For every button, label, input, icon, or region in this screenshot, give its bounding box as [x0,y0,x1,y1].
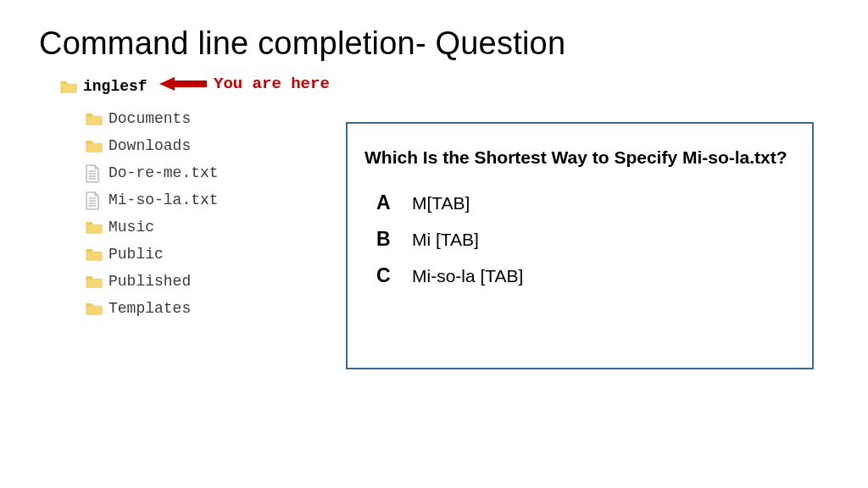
folder-icon [85,273,103,290]
option-text: M[TAB] [412,193,470,214]
question-text: Which Is the Shortest Way to Specify Mi-… [363,147,804,168]
file-icon [85,164,103,181]
slide-title: Command line completion- Question [39,25,565,62]
option-letter: B [376,228,412,251]
tree-item: Do-re-me.txt [85,164,219,181]
tree-root-label: inglesf [83,78,147,95]
tree-item-label: Do-re-me.txt [108,164,219,181]
tree-item: Music [85,219,219,236]
tree-item-label: Public [108,246,164,263]
tree-item-label: Mi-so-la.txt [108,191,219,208]
option-letter: C [376,264,412,287]
file-icon [85,191,103,208]
question-box: Which Is the Shortest Way to Specify Mi-… [346,122,814,369]
option-text: Mi-so-la [TAB] [412,266,523,286]
you-are-here-callout: You are here [159,75,330,93]
tree-item: Documents [85,110,219,127]
tree-item-label: Templates [108,300,191,317]
option-row: AM[TAB] [363,191,804,214]
you-are-here-label: You are here [214,75,330,93]
folder-icon [85,246,103,263]
svg-marker-8 [159,77,207,91]
tree-item: Mi-so-la.txt [85,191,219,208]
folder-icon [85,137,103,154]
file-tree: inglesf Documents Downloads Do-re-me.txt… [59,78,219,327]
folder-icon [59,78,78,95]
tree-item: Published [85,273,219,290]
option-letter: A [376,191,412,214]
tree-item-label: Downloads [108,137,191,154]
folder-icon [85,300,103,317]
tree-item-label: Music [108,219,154,236]
arrow-left-icon [159,75,207,92]
option-row: CMi-so-la [TAB] [363,264,804,287]
folder-icon [85,219,103,236]
tree-item: Downloads [85,137,219,154]
tree-item-label: Documents [108,110,191,127]
tree-item-label: Published [108,273,191,290]
tree-item: Templates [85,300,219,317]
tree-item: Public [85,246,219,263]
folder-icon [85,110,103,127]
option-row: BMi [TAB] [363,228,804,251]
option-text: Mi [TAB] [412,230,479,250]
